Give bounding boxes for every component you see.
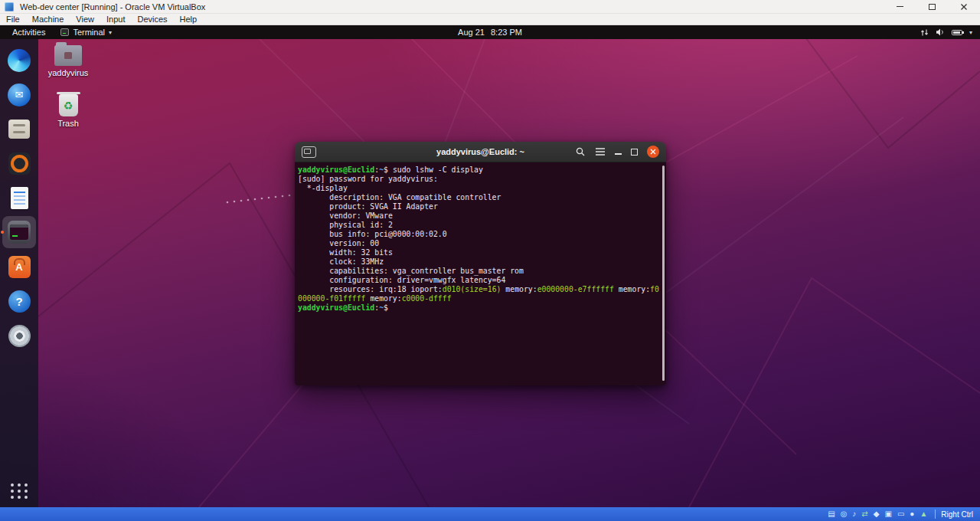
audio-status-icon[interactable]: ♪ <box>852 507 856 521</box>
close-icon <box>960 3 968 11</box>
dock-item-settings[interactable] <box>2 146 36 181</box>
terminal-output[interactable]: yaddyvirus@Euclid:~$ sudo lshw -C displa… <box>295 162 666 385</box>
terminal-line: description: VGA compatible controller <box>298 193 663 202</box>
menu-file[interactable]: File <box>0 14 26 25</box>
chevron-down-icon: ▾ <box>109 29 112 36</box>
terminal-scrollbar[interactable] <box>662 165 665 381</box>
edge-icon <box>8 49 31 72</box>
maximize-button[interactable] <box>916 0 948 13</box>
terminal-line: product: SVGA II Adapter <box>298 202 663 211</box>
hard-disk-status-icon[interactable]: ▤ <box>828 507 835 521</box>
terminal-line: resources: irq:18 ioport:d010(size=16) m… <box>298 285 663 294</box>
maximize-icon <box>929 4 936 10</box>
dock-item-help[interactable]: ? <box>2 284 36 319</box>
terminal-header-actions <box>575 146 659 158</box>
clock-time: 8:23 PM <box>491 28 522 37</box>
help-icon: ? <box>8 290 31 313</box>
disc-icon <box>8 325 31 347</box>
mouse-integration-status-icon[interactable]: ▲ <box>920 507 927 521</box>
menu-input[interactable]: Input <box>100 14 131 25</box>
search-button[interactable] <box>575 146 586 157</box>
dock-item-terminal[interactable] <box>2 216 36 248</box>
terminal-line: 000000-f01fffff memory:c0000-dffff <box>298 294 663 303</box>
close-button[interactable] <box>948 0 980 13</box>
recording-status-icon[interactable]: ● <box>910 507 914 521</box>
dock-item-edge[interactable] <box>2 43 36 77</box>
desktop-icon-label: yaddyvirus <box>43 68 93 77</box>
terminal-line: clock: 33MHz <box>298 257 663 267</box>
terminal-line: [sudo] password for yaddyvirus: <box>298 175 663 184</box>
terminal-line: yaddyvirus@Euclid:~$ sudo lshw -C displa… <box>298 165 663 175</box>
show-applications-button[interactable] <box>11 483 28 499</box>
files-icon <box>8 120 30 139</box>
network-status-icon[interactable]: ⇄ <box>861 507 867 521</box>
vbox-titlebar: Web-dev center [Running] - Oracle VM Vir… <box>0 0 980 14</box>
terminal-icon <box>8 221 31 244</box>
window-title: Web-dev center [Running] - Oracle VM Vir… <box>20 2 205 11</box>
menu-view[interactable]: View <box>70 14 100 25</box>
minimize-button[interactable] <box>884 0 916 13</box>
volume-icon <box>936 28 945 37</box>
libreoffice-writer-icon <box>11 187 28 209</box>
terminal-title: yaddyvirus@Euclid: ~ <box>436 147 524 156</box>
menu-devices[interactable]: Devices <box>131 14 173 25</box>
vbox-statusbar: ▤◎♪⇄◆▣▭●▲ Right Ctrl <box>0 507 980 521</box>
terminal-minimize-button[interactable] <box>615 149 622 156</box>
menu-button[interactable] <box>595 147 606 156</box>
gnome-topbar: Activities Terminal ▾ Aug 21 8:23 PM ▾ <box>0 25 980 39</box>
thunderbird-icon: ✉ <box>8 84 31 106</box>
vm-desktop: Activities Terminal ▾ Aug 21 8:23 PM ▾ <box>0 25 980 507</box>
terminal-mini-icon <box>60 28 69 36</box>
minimize-icon <box>897 6 903 8</box>
dock-item-media-disc[interactable] <box>2 319 36 353</box>
terminal-line: version: 00 <box>298 239 663 248</box>
terminal-line: yaddyvirus@Euclid:~$ <box>298 303 663 313</box>
terminal-maximize-button[interactable] <box>631 149 638 156</box>
close-icon <box>650 149 656 155</box>
menu-machine[interactable]: Machine <box>26 14 70 25</box>
terminal-line: bus info: pci@0000:00:02.0 <box>298 230 663 239</box>
shared-folders-status-icon[interactable]: ▣ <box>884 507 891 521</box>
desktop-icon-yaddyvirus[interactable]: yaddyvirus <box>43 45 93 77</box>
terminal-line: configuration: driver=vmwgfx latency=64 <box>298 276 663 285</box>
battery-icon <box>952 30 962 35</box>
ubuntu-software-icon: A <box>8 256 31 278</box>
status-icons: ▤◎♪⇄◆▣▭●▲ <box>822 507 927 521</box>
settings-ring-icon <box>8 152 31 175</box>
chevron-down-icon: ▾ <box>969 29 972 36</box>
dock-item-thunderbird[interactable]: ✉ <box>2 77 36 112</box>
clock-date: Aug 21 <box>458 28 485 37</box>
activities-button[interactable]: Activities <box>9 28 48 37</box>
display-status-icon[interactable]: ▭ <box>897 507 904 521</box>
optical-disc-status-icon[interactable]: ◎ <box>841 507 848 521</box>
usb-status-icon[interactable]: ◆ <box>874 507 880 521</box>
menu-help[interactable]: Help <box>174 14 204 25</box>
terminal-line: capabilities: vga_controller bus_master … <box>298 267 663 276</box>
terminal-window: yaddyvirus@Euclid: ~ yaddyvir <box>295 142 666 385</box>
virtualbox-window: Web-dev center [Running] - Oracle VM Vir… <box>0 0 980 521</box>
trash-icon: ♻ <box>59 94 78 116</box>
app-menu[interactable]: Terminal ▾ <box>60 28 112 37</box>
dock-item-files[interactable] <box>2 112 36 146</box>
system-indicators[interactable]: ▾ <box>920 28 972 37</box>
terminal-line: width: 32 bits <box>298 248 663 257</box>
virtualbox-logo-icon <box>5 2 14 11</box>
terminal-headerbar[interactable]: yaddyvirus@Euclid: ~ <box>295 142 666 162</box>
host-key-label: Right Ctrl <box>941 510 973 519</box>
clock[interactable]: Aug 21 8:23 PM <box>458 28 522 37</box>
terminal-line: *-display <box>298 184 663 193</box>
new-tab-button[interactable] <box>302 146 316 158</box>
network-icon <box>920 28 929 37</box>
desktop-icon-trash[interactable]: ♻ Trash <box>43 94 93 128</box>
dock-item-ubuntu-software[interactable]: A <box>2 250 36 284</box>
folder-icon <box>54 45 82 66</box>
dock: ✉ A ? <box>0 39 38 507</box>
terminal-close-button[interactable] <box>647 146 659 158</box>
terminal-line: physical id: 2 <box>298 221 663 230</box>
desktop-icon-label: Trash <box>43 119 93 128</box>
terminal-line: vendor: VMware <box>298 211 663 221</box>
dock-item-libreoffice-writer[interactable] <box>2 181 36 215</box>
status-separator <box>935 510 936 519</box>
window-controls <box>884 0 980 13</box>
vbox-menubar: File Machine View Input Devices Help <box>0 14 980 25</box>
